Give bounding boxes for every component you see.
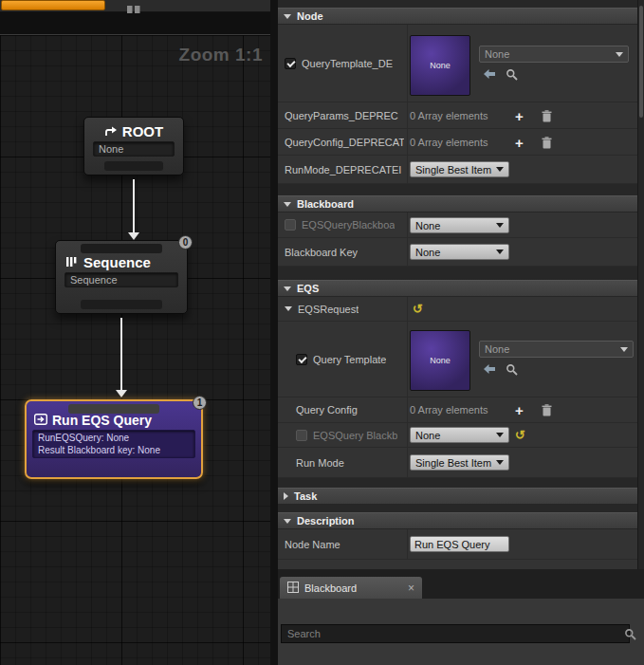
- connection-arrow: [120, 318, 122, 390]
- property-label: RunMode_DEPRECATEI: [285, 164, 401, 175]
- delete-elements-icon[interactable]: [542, 110, 552, 122]
- graph-canvas[interactable]: Zoom 1:1 ROOT None: [0, 34, 270, 665]
- property-label: Node Name: [285, 539, 340, 550]
- asset-select-dropdown[interactable]: None: [479, 341, 634, 358]
- panel-splitter[interactable]: [270, 0, 278, 665]
- column-divider: [407, 448, 408, 477]
- blackboard-key-dropdown[interactable]: None: [410, 244, 509, 260]
- override-checkbox-disabled: [285, 219, 296, 231]
- blackboard-key-dropdown[interactable]: None: [410, 217, 509, 233]
- toolbar-active-mode-button[interactable]: [1, 0, 105, 10]
- add-element-button[interactable]: +: [515, 136, 524, 150]
- tab-blackboard[interactable]: Blackboard ×: [280, 577, 422, 599]
- browse-asset-icon[interactable]: [506, 363, 518, 376]
- blackboard-panel: Blackboard ×: [278, 569, 644, 665]
- add-element-button[interactable]: +: [515, 109, 524, 123]
- section-header-node[interactable]: Node: [278, 8, 644, 25]
- zoom-level-label: Zoom 1:1: [179, 45, 263, 65]
- expand-arrow-icon: [284, 286, 291, 291]
- override-checkbox[interactable]: [296, 354, 307, 365]
- section-gap: [278, 0, 644, 8]
- dropdown-value: None: [415, 430, 440, 441]
- sequence-output-pin[interactable]: [81, 300, 162, 309]
- details-filler: [278, 560, 644, 569]
- node-run-eqs-query[interactable]: Run EQS Query RunEQSQuery: None Result B…: [25, 399, 203, 479]
- execution-index-badge: 1: [193, 396, 207, 410]
- toolbar-frames-icon[interactable]: [126, 1, 141, 18]
- property-label: EQSRequest: [298, 304, 359, 315]
- delete-elements-icon[interactable]: [542, 137, 552, 149]
- column-divider: [407, 25, 408, 102]
- chevron-down-icon: [496, 460, 504, 465]
- property-row-queryconfig: Query Config 0 Array elements +: [278, 397, 644, 423]
- thumbnail-label: None: [430, 61, 451, 70]
- dropdown-value: Single Best Item: [415, 457, 491, 469]
- section-gap: [278, 267, 644, 280]
- section-header-eqs[interactable]: EQS: [278, 280, 644, 297]
- connection-arrow: [133, 179, 135, 232]
- use-selected-asset-button[interactable]: [483, 363, 496, 375]
- section-title: Description: [297, 515, 355, 526]
- property-row-queryparams-deprecated: QueryParams_DEPREC 0 Array elements +: [278, 102, 644, 129]
- property-row-eqsrequest[interactable]: EQSRequest ↺: [278, 297, 644, 322]
- override-checkbox[interactable]: [285, 58, 296, 69]
- asset-thumbnail[interactable]: None: [410, 35, 470, 96]
- property-label: EQSQuery Blackb: [313, 430, 397, 441]
- reset-to-default-icon[interactable]: ↺: [413, 303, 423, 315]
- connection-arrowhead: [128, 232, 139, 240]
- browse-asset-icon[interactable]: [506, 68, 518, 81]
- chevron-down-icon: [616, 52, 623, 57]
- property-label: QueryTemplate_DE: [302, 58, 393, 69]
- delete-elements-icon[interactable]: [542, 404, 552, 416]
- tab-bar: Blackboard ×: [278, 569, 644, 599]
- blackboard-key-dropdown[interactable]: None: [410, 427, 509, 443]
- run-eqs-input-pin[interactable]: [68, 404, 159, 414]
- blackboard-panel-body: [278, 599, 644, 665]
- chevron-down-icon: [496, 223, 504, 228]
- asset-thumbnail[interactable]: None: [410, 330, 470, 391]
- section-gap: [278, 505, 644, 512]
- node-title-label: Sequence: [83, 254, 151, 270]
- property-label: QueryConfig_DEPRECAT: [285, 137, 404, 148]
- node-name-input[interactable]: [410, 536, 509, 552]
- reset-to-default-icon[interactable]: ↺: [515, 429, 525, 441]
- expand-arrow-icon: [284, 14, 291, 19]
- node-sequence[interactable]: Sequence Sequence 0: [55, 240, 188, 314]
- collapsed-arrow-icon: [284, 492, 288, 500]
- expand-arrow-icon: [285, 306, 292, 311]
- runmode-dropdown[interactable]: Single Best Item: [410, 454, 509, 471]
- column-divider: [407, 397, 408, 422]
- sequence-input-pin[interactable]: [81, 244, 162, 253]
- section-header-blackboard[interactable]: Blackboard: [278, 195, 644, 212]
- runmode-dropdown[interactable]: Single Best Item: [410, 161, 509, 177]
- tab-label: Blackboard: [304, 582, 357, 594]
- property-row-queryconfig-deprecated: QueryConfig_DEPRECAT 0 Array elements +: [278, 129, 644, 156]
- root-output-pin[interactable]: [104, 161, 163, 171]
- node-detail-line: Result Blackboard key: None: [38, 444, 190, 456]
- graph-editor-pane: Zoom 1:1 ROOT None: [0, 0, 270, 665]
- section-header-description[interactable]: Description: [278, 512, 644, 529]
- add-element-button[interactable]: +: [515, 403, 524, 417]
- section-header-task[interactable]: Task: [278, 488, 644, 505]
- column-divider: [407, 297, 408, 321]
- search-input[interactable]: [281, 624, 630, 643]
- details-panel: Node QueryTemplate_DE None None: [278, 0, 644, 665]
- connection-arrowhead: [116, 390, 127, 397]
- scrollbar-thumb[interactable]: [639, 6, 643, 118]
- array-elements-count: 0 Array elements: [410, 110, 488, 121]
- override-checkbox-disabled: [296, 430, 307, 441]
- array-elements-count: 0 Array elements: [410, 137, 488, 148]
- node-root[interactable]: ROOT None: [83, 117, 184, 175]
- asset-select-dropdown[interactable]: None: [479, 46, 629, 63]
- chevron-down-icon: [496, 433, 504, 437]
- expand-arrow-icon: [284, 519, 291, 524]
- details-scrollbar[interactable]: [637, 0, 644, 569]
- dropdown-value: None: [415, 220, 440, 231]
- close-icon[interactable]: ×: [408, 582, 414, 594]
- use-selected-asset-button[interactable]: [483, 68, 496, 80]
- property-row-querytemplate-deprecated: QueryTemplate_DE None None: [278, 25, 644, 102]
- graph-toolbar: [0, 0, 270, 12]
- property-row-blackboardkey: Blackboard Key None: [278, 238, 644, 267]
- node-subtitle: None: [93, 141, 175, 157]
- node-title-label: Run EQS Query: [52, 413, 152, 428]
